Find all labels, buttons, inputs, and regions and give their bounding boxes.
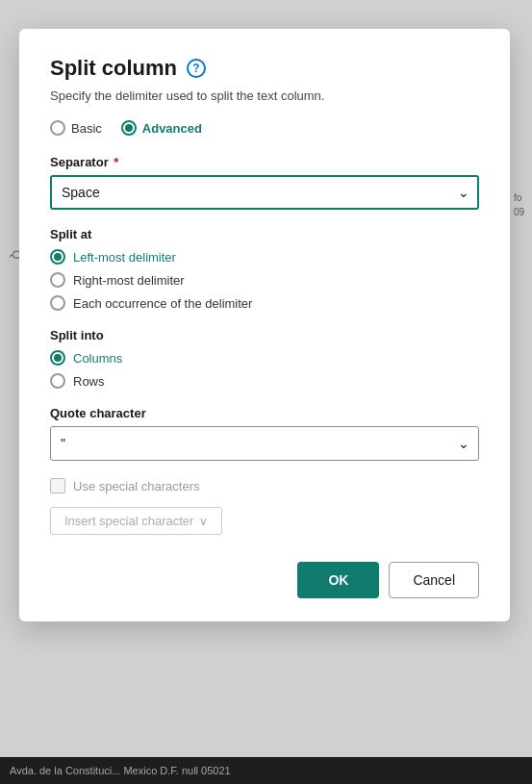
quote-character-select-wrapper: " ' None ⌄ bbox=[50, 426, 479, 461]
split-into-columns-radio[interactable] bbox=[50, 350, 65, 366]
mode-basic-label: Basic bbox=[71, 121, 102, 136]
dialog-subtitle: Specify the delimiter used to split the … bbox=[50, 89, 479, 103]
mode-advanced-label: Advanced bbox=[142, 121, 202, 136]
split-into-columns-option[interactable]: Columns bbox=[50, 350, 479, 366]
insert-special-character-label: Insert special character bbox=[64, 514, 193, 528]
bottom-bar: Avda. de la Constituci... Mexico D.F. nu… bbox=[0, 757, 532, 784]
ok-button[interactable]: OK bbox=[297, 562, 379, 598]
mode-basic-radio[interactable] bbox=[50, 120, 65, 136]
separator-label: Separator * bbox=[50, 155, 479, 169]
insert-special-character-wrapper: Insert special character ∨ bbox=[50, 507, 479, 535]
dialog-footer: OK Cancel bbox=[50, 562, 479, 598]
split-into-rows-option[interactable]: Rows bbox=[50, 373, 479, 389]
separator-select[interactable]: Space Comma Tab Semicolon Custom bbox=[50, 175, 479, 210]
split-at-leftmost-radio[interactable] bbox=[50, 249, 65, 265]
right-side-decoration: fo 09 bbox=[514, 192, 524, 217]
split-at-rightmost-label: Right-most delimiter bbox=[73, 273, 185, 288]
insert-special-character-arrow-icon: ∨ bbox=[199, 515, 208, 528]
split-into-rows-radio[interactable] bbox=[50, 373, 65, 389]
split-at-each-radio[interactable] bbox=[50, 295, 65, 311]
dialog-title-row: Split column ? bbox=[50, 56, 479, 81]
use-special-characters-label: Use special characters bbox=[73, 479, 200, 493]
split-at-section: Split at Left-most delimiter Right-most … bbox=[50, 227, 479, 311]
split-at-leftmost-option[interactable]: Left-most delimiter bbox=[50, 249, 479, 265]
split-into-section: Split into Columns Rows bbox=[50, 328, 479, 389]
quote-character-select[interactable]: " ' None bbox=[50, 426, 479, 461]
cancel-button[interactable]: Cancel bbox=[389, 562, 479, 598]
split-into-label: Split into bbox=[50, 328, 479, 342]
mode-advanced-option[interactable]: Advanced bbox=[121, 120, 202, 136]
split-at-radio-group: Left-most delimiter Right-most delimiter… bbox=[50, 249, 479, 311]
split-into-radio-group: Columns Rows bbox=[50, 350, 479, 389]
split-at-each-label: Each occurrence of the delimiter bbox=[73, 296, 252, 311]
quote-character-section: Quote character " ' None ⌄ bbox=[50, 406, 479, 461]
help-icon[interactable]: ? bbox=[187, 59, 206, 78]
insert-special-character-button[interactable]: Insert special character ∨ bbox=[50, 507, 222, 535]
mode-basic-option[interactable]: Basic bbox=[50, 120, 102, 136]
split-into-columns-label: Columns bbox=[73, 351, 122, 366]
quote-character-label: Quote character bbox=[50, 406, 479, 420]
mode-radio-row: Basic Advanced bbox=[50, 120, 479, 136]
split-into-rows-label: Rows bbox=[73, 374, 105, 389]
split-at-each-option[interactable]: Each occurrence of the delimiter bbox=[50, 295, 479, 311]
bottom-bar-text: Avda. de la Constituci... Mexico D.F. nu… bbox=[10, 765, 231, 776]
split-at-rightmost-option[interactable]: Right-most delimiter bbox=[50, 272, 479, 288]
split-at-label: Split at bbox=[50, 227, 479, 241]
split-column-dialog: Split column ? Specify the delimiter use… bbox=[19, 29, 510, 621]
dialog-title: Split column bbox=[50, 56, 177, 81]
split-at-leftmost-label: Left-most delimiter bbox=[73, 250, 176, 265]
separator-select-wrapper: Space Comma Tab Semicolon Custom ⌄ bbox=[50, 175, 479, 210]
separator-section: Separator * Space Comma Tab Semicolon Cu… bbox=[50, 155, 479, 210]
required-star: * bbox=[111, 155, 119, 169]
use-special-characters-checkbox[interactable] bbox=[50, 478, 65, 493]
split-at-rightmost-radio[interactable] bbox=[50, 272, 65, 288]
use-special-characters-row: Use special characters bbox=[50, 478, 479, 493]
mode-advanced-radio[interactable] bbox=[121, 120, 137, 136]
